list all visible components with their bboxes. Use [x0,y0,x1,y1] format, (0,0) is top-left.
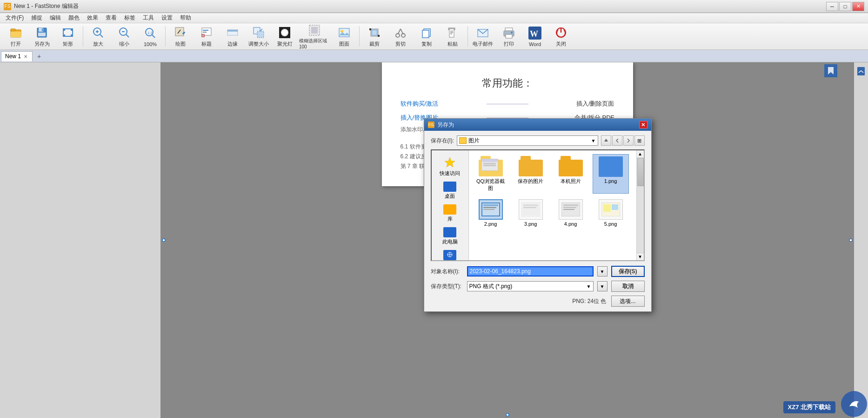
word-button[interactable]: W Word [523,25,547,48]
location-folder-icon [459,137,467,144]
bookmark-icon[interactable] [824,64,837,77]
menu-file[interactable]: 文件(F) [2,13,27,23]
email-button[interactable]: 电子邮件 [471,25,495,48]
menu-effects[interactable]: 效果 [83,13,102,23]
maximize-button[interactable]: □ [839,2,851,11]
scrollbar-down-button[interactable]: ▼ [637,253,644,260]
scrollbar-up-button[interactable]: ▲ [637,150,644,158]
file-1png[interactable]: 1.png [593,154,629,194]
filetype-dropdown[interactable]: ▼ [597,281,608,291]
dialog-title: 另存为 [437,121,454,129]
loc-back-button[interactable] [612,135,622,146]
tab-new1[interactable]: New 1 ✕ [1,51,33,61]
svg-rect-38 [339,28,349,37]
paste-button[interactable]: 粘贴 [441,25,465,48]
cancel-button[interactable]: 取消 [611,281,645,292]
spotlight-button[interactable]: 聚光灯 [273,25,297,48]
copy-button[interactable]: 复制 [414,25,439,48]
window-controls: ─ □ ✕ [826,2,864,11]
file-5png[interactable]: 5.png [593,197,629,229]
word-label: Word [529,41,541,47]
handle-left[interactable] [162,239,165,242]
crop-icon [367,25,382,40]
picture-button[interactable]: 图面 [332,25,356,48]
folder-local[interactable]: 本机照片 [553,154,589,194]
save-button[interactable]: 保存(S) [611,266,645,277]
minimize-button[interactable]: ─ [826,2,838,11]
edge-button[interactable]: 边缘 [220,25,245,48]
handle-bottom[interactable] [506,413,509,416]
feature-line-0 [487,104,528,104]
resize-button[interactable]: 调整大小 [247,25,271,48]
folder-qq[interactable]: QQ浏览器截图 [473,154,509,194]
svg-rect-52 [450,31,453,32]
sidebar-library[interactable]: 库 [433,202,467,224]
bookmark-nav-icon[interactable] [856,66,866,76]
edge-icon [225,25,240,40]
save-as-button[interactable]: 另存为 [30,25,54,48]
dialog-close-button[interactable]: ✕ [639,121,648,128]
annotate-label: 标题 [201,40,212,47]
loc-forward-button[interactable] [623,135,634,146]
draw-icon [173,25,188,40]
scrollbar-thumb[interactable] [637,158,644,186]
file-5png-label: 5.png [604,221,617,227]
file-4png[interactable]: 4.png [553,197,589,229]
svg-rect-41 [372,30,377,35]
annotate-button[interactable]: 标题 [194,25,219,48]
draw-label: 绘图 [175,40,186,47]
print-icon [501,25,516,40]
filename-dropdown[interactable]: ▼ [597,266,608,276]
crop-button[interactable]: 裁剪 [362,25,387,48]
window-close-button[interactable]: ✕ [852,2,864,11]
tab-close-new1[interactable]: ✕ [23,54,28,60]
folder-save[interactable]: 保存的图片 [513,154,549,194]
feature-left-0[interactable]: 软件购买/激活 [401,100,477,108]
menu-capture[interactable]: 捕捉 [27,13,46,23]
menu-settings[interactable]: 设置 [158,13,176,23]
loc-view-button[interactable]: ⊞ [634,135,645,146]
menu-bar: 文件(F) 捕捉 编辑 颜色 效果 查看 标签 工具 设置 帮助 [0,13,868,23]
svg-rect-82 [603,204,611,212]
svg-rect-5 [38,33,46,36]
blur-select-button[interactable]: 模糊选择区域100 [299,25,330,48]
print-label: 打印 [504,40,514,47]
menu-color[interactable]: 颜色 [65,13,83,23]
zoom-in-icon [91,25,106,40]
handle-right[interactable] [849,239,852,242]
sidebar-desktop[interactable]: 桌面 [433,180,467,202]
sidebar-network[interactable]: 网络 [433,248,467,261]
filetype-select[interactable]: PNG 格式 (*.png) ▼ [467,281,594,291]
file-2png[interactable]: 2.png [473,197,509,229]
svg-rect-49 [422,30,429,38]
scissors-button[interactable]: 剪切 [388,25,413,48]
open-button[interactable]: 打开 [4,25,28,48]
paste-label: 粘贴 [447,40,458,47]
zoom-out-button[interactable]: 缩小 [112,25,136,48]
sidebar-pc[interactable]: 此电脑 [433,225,467,247]
svg-rect-8 [63,28,65,31]
rect-button[interactable]: 矩形 [56,25,80,48]
file-3png[interactable]: 3.png [513,197,549,229]
loc-up-button[interactable] [601,135,611,146]
toolbar: 打开 另存为 矩形 [0,23,868,50]
menu-help[interactable]: 帮助 [176,13,195,23]
zoom-in-button[interactable]: 放大 [86,25,110,48]
menu-view[interactable]: 查看 [102,13,120,23]
filename-input[interactable] [467,266,594,276]
svg-rect-54 [450,34,452,34]
sidebar-quick-access[interactable]: 快速访问 [433,154,467,179]
menu-tools[interactable]: 工具 [139,13,158,23]
close-tool-button[interactable]: 关闭 [549,25,573,48]
options-button[interactable]: 选项... [611,296,645,307]
print-button[interactable]: 打印 [497,25,521,48]
tab-add-button[interactable]: + [34,52,44,61]
draw-button[interactable]: 绘图 [168,25,193,48]
copy-icon [419,25,434,40]
location-dropdown[interactable]: 图片 ▼ [457,135,598,146]
menu-edit[interactable]: 编辑 [46,13,65,23]
file-4png-label: 4.png [564,221,577,227]
svg-line-15 [100,34,103,37]
menu-tags[interactable]: 标签 [120,13,139,23]
zoom-100-button[interactable]: 1:1 100% [138,25,162,48]
